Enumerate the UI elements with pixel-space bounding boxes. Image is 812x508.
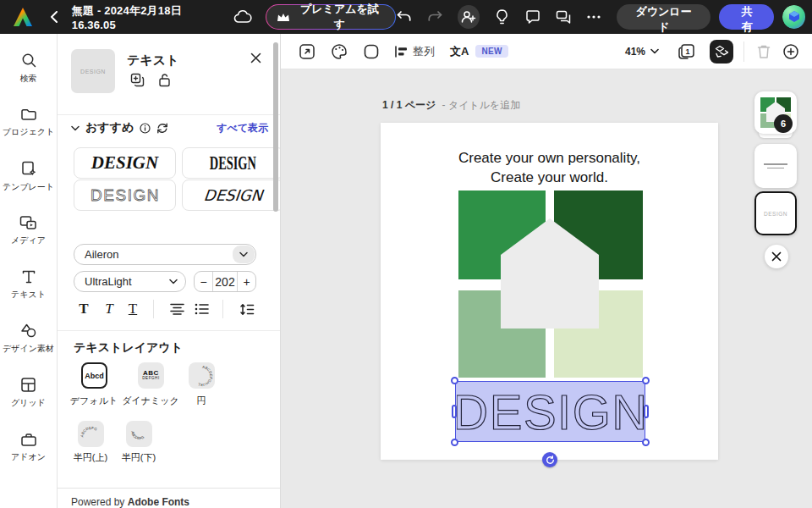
adobe-express-logo[interactable] [12,6,35,28]
color-palette-button[interactable] [330,42,348,61]
house-shape[interactable] [499,216,601,331]
page-count: 1 / 1 ページ [382,99,436,111]
sidebar-item-templates[interactable]: テンプレート [0,149,57,203]
font-suggestion-tile[interactable]: DESIGN [182,147,281,179]
sidebar-label: テンプレート [3,181,54,193]
user-avatar[interactable] [782,5,805,29]
back-button[interactable] [50,11,58,23]
sidebar-item-search[interactable]: 検索 [0,41,57,95]
layout-dynamic-tile[interactable]: ABCDEFGHI [138,362,164,389]
crown-icon [277,12,290,23]
refresh-icon[interactable] [156,123,168,134]
sidebar-item-design-assets[interactable]: デザイン素材 [0,312,57,366]
resize-handle-bottom-left[interactable] [451,439,458,446]
adobe-fonts-brand: Adobe Fonts [128,496,189,508]
translate-button[interactable]: 文A NEW [450,44,508,59]
grid-icon [20,377,36,393]
text-line-preview [767,168,784,169]
panel-scrollbar[interactable] [273,42,278,212]
zoom-level-value: 41% [625,46,645,58]
rotate-handle[interactable] [542,452,557,467]
svg-text:1: 1 [685,47,689,56]
corner-shape-button[interactable] [362,42,381,61]
resize-handle-left[interactable] [452,405,457,418]
comment-button[interactable] [524,8,540,25]
share-button[interactable]: 共有 [719,4,774,30]
sidebar-label: グリッド [11,397,46,409]
text-align-button[interactable] [167,298,187,320]
font-weight-select[interactable]: UltraLight [74,271,186,292]
chat-threads-button[interactable] [555,8,571,25]
font-size-value[interactable]: 202 [213,272,237,291]
duplicate-button[interactable] [130,73,145,87]
align-label: 整列 [413,44,435,59]
italic-button[interactable]: T [100,298,118,320]
document-title[interactable]: 無題 - 2024年2月18日 16.36.05 [72,3,222,31]
resize-handle-top-right[interactable] [642,377,650,384]
svg-text:ABCDEFGHIJKL: ABCDEFGHIJKL [196,365,213,387]
sidebar-item-projects[interactable]: プロジェクト [0,95,57,149]
idea-lightbulb-button[interactable] [494,8,510,25]
sidebar-item-grid[interactable]: グリッド [0,366,57,420]
sidebar-item-text[interactable]: テキスト [0,257,57,312]
text-layout-section-title: テキストレイアウト [74,340,183,356]
resize-handle-top-left[interactable] [451,377,458,384]
layer-thumbnail-headline-text[interactable] [754,144,797,188]
layout-circle-tile[interactable]: ABCDEFGHIJKL [189,362,215,389]
premium-label: プレミアムを試す [297,2,381,32]
list-button[interactable] [191,298,211,320]
bold-button[interactable]: T [74,298,93,320]
font-suggestion-tile[interactable]: DESIGN [74,179,176,211]
unlock-button[interactable] [158,73,171,87]
layout-label: デフォルト [70,395,118,407]
zoom-level-control[interactable]: 41% [625,46,659,58]
undo-button[interactable] [396,8,412,25]
headline-line-1: Create your own personality, [381,148,718,168]
more-options-button[interactable] [586,8,602,25]
svg-text:ABCDEFG: ABCDEFG [130,430,145,439]
add-page-button[interactable] [782,42,800,61]
adobe-fonts-footer: Powered by Adobe Fonts [58,488,280,508]
layout-default-tile[interactable]: Abcd [81,362,107,389]
show-all-link[interactable]: すべて表示 [217,121,268,135]
template-icon [20,160,37,177]
add-collaborator-button[interactable] [458,5,480,29]
download-button[interactable]: ダウンロード [617,4,711,30]
layer-thumbnail-design-text-selected[interactable]: DESIGN [754,191,797,235]
sidebar-item-media[interactable]: メディア [0,203,57,257]
resize-handle-bottom-right[interactable] [642,439,650,446]
font-family-select[interactable]: Aileron [74,244,256,265]
recommended-section-title: おすすめ [85,120,134,135]
sidebar-item-addons[interactable]: アドオン [0,420,57,474]
close-panel-button[interactable] [250,52,261,64]
design-canvas[interactable]: Create your own personality, Create your… [381,123,718,460]
page-indicator[interactable]: 1 / 1 ページ - タイトルを追加 [382,98,520,113]
page-title-placeholder[interactable]: - タイトルを追加 [442,99,521,111]
font-suggestion-tile[interactable]: DESIGN [182,179,281,211]
media-icon [19,215,37,230]
delete-button-disabled[interactable] [754,42,773,61]
selected-text-element[interactable]: DESIGN [455,381,645,442]
font-preview: DESIGN [91,186,160,204]
info-icon[interactable] [140,123,151,134]
layers-toggle-button-active[interactable] [710,40,733,64]
divider [153,300,154,318]
layout-semicircle-up-tile[interactable]: ABCDEFG [78,421,104,447]
context-toolbar: 整列 文A NEW 41% 1 [281,34,812,69]
premium-button[interactable]: プレミアムを試す [266,4,396,30]
pages-button[interactable]: 1 [678,42,696,61]
increase-font-size-button[interactable]: + [237,272,255,291]
layout-semicircle-down-tile[interactable]: ABCDEFG [126,421,152,447]
headline-text[interactable]: Create your own personality, Create your… [381,148,718,187]
underline-button[interactable]: T [123,298,142,320]
resize-tool-button[interactable] [298,42,316,61]
resize-handle-right[interactable] [644,405,649,418]
align-button[interactable]: 整列 [394,44,435,59]
chevron-down-icon[interactable] [71,125,80,131]
close-layers-button[interactable] [765,245,788,268]
sidebar-label: アドオン [11,451,46,463]
redo-button[interactable] [427,8,443,25]
line-spacing-button[interactable] [236,298,258,320]
font-suggestion-tile[interactable]: DESIGN [74,147,176,179]
decrease-font-size-button[interactable]: − [195,272,213,291]
